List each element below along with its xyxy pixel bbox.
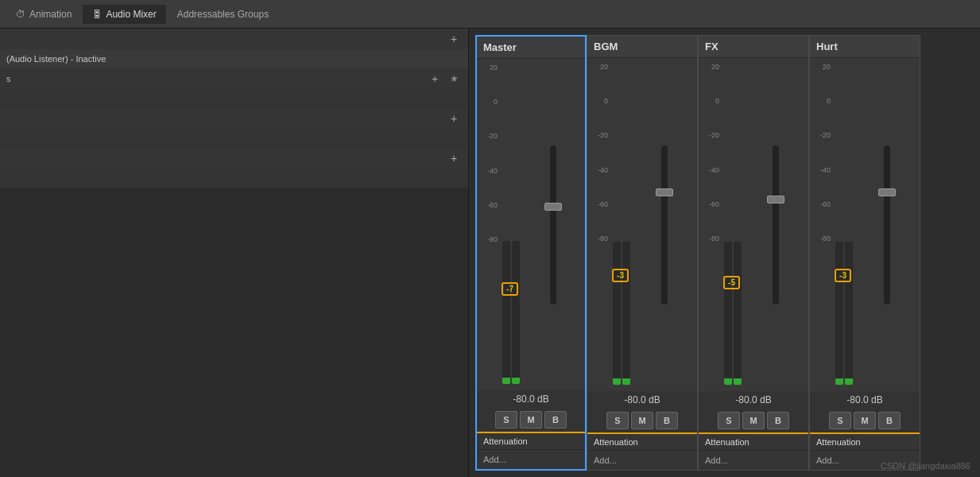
db-display-hurt: -80.0 dB bbox=[810, 391, 920, 409]
vu-meter-master: -7 bbox=[502, 225, 520, 384]
channel-strip-fx[interactable]: FX 200-20-40-60-80 -5 bbox=[698, 35, 809, 471]
section3-empty-row bbox=[0, 129, 468, 148]
add-section1-button[interactable]: + bbox=[446, 31, 462, 47]
left-section-4: + bbox=[0, 148, 468, 188]
b-button-hurt[interactable]: B bbox=[878, 412, 901, 429]
left-section-2: s + ★ bbox=[0, 68, 468, 108]
scale-col-bgm: 200-20-40-60-80 bbox=[587, 61, 611, 244]
channel-header-master: Master bbox=[477, 37, 585, 59]
left-section-1: + (Audio Listener) - Inactive bbox=[0, 29, 468, 68]
fader-area-bgm: 200-20-40-60-80 -3 bbox=[587, 58, 697, 391]
m-button-master[interactable]: M bbox=[520, 411, 542, 429]
smb-row-master: S M B bbox=[477, 408, 585, 432]
watermark: CSDN @jiangdaxia886 bbox=[881, 461, 970, 471]
fader-track-hurt[interactable] bbox=[884, 145, 890, 304]
left-section-3-header: + bbox=[0, 108, 468, 129]
tab-animation[interactable]: ⏱ Animation bbox=[6, 5, 81, 24]
value-badge-hurt[interactable]: -3 bbox=[835, 269, 851, 282]
fader-handle-fx[interactable] bbox=[767, 196, 784, 204]
left-section-1-header: + bbox=[0, 29, 468, 49]
attenuation-label-fx: Attenuation bbox=[699, 432, 808, 450]
m-button-bgm[interactable]: M bbox=[631, 412, 653, 429]
smb-row-hurt: S M B bbox=[810, 409, 920, 432]
scale-col-master: 200-20-40-60-80 bbox=[477, 62, 501, 245]
s-button-master[interactable]: S bbox=[495, 411, 517, 429]
vu-meter-bgm: -3 bbox=[613, 226, 630, 385]
tab-addressables[interactable]: Addressables Groups bbox=[168, 5, 278, 24]
animation-icon: ⏱ bbox=[16, 9, 25, 20]
s-button-bgm[interactable]: S bbox=[606, 412, 629, 429]
fader-area-hurt: 200-20-40-60-80 -3 bbox=[810, 58, 920, 391]
fader-handle-hurt[interactable] bbox=[878, 188, 896, 196]
fader-handle-bgm[interactable] bbox=[656, 188, 673, 196]
value-badge-bgm[interactable]: -3 bbox=[612, 269, 629, 282]
channel-strip-bgm[interactable]: BGM 200-20-40-60-80 -3 bbox=[587, 35, 698, 471]
b-button-master[interactable]: B bbox=[544, 411, 567, 429]
add-button-bgm[interactable]: Add... bbox=[587, 450, 697, 470]
channel-header-hurt: Hurt bbox=[810, 36, 920, 58]
fader-area-master: 200-20-40-60-80 -7 bbox=[477, 59, 585, 390]
tab-audio-mixer[interactable]: 🎛 Audio Mixer bbox=[83, 5, 165, 24]
channel-header-bgm: BGM bbox=[587, 36, 697, 58]
value-badge-fx[interactable]: -5 bbox=[723, 276, 740, 289]
db-display-master: -80.0 dB bbox=[477, 390, 585, 408]
add-section4-button[interactable]: + bbox=[446, 150, 462, 166]
fader-handle-master[interactable] bbox=[544, 203, 562, 211]
s-button-fx[interactable]: S bbox=[718, 412, 740, 429]
audio-listener-item[interactable]: (Audio Listener) - Inactive bbox=[0, 49, 468, 68]
m-button-fx[interactable]: M bbox=[742, 412, 765, 429]
vu-meter-hurt: -3 bbox=[835, 226, 853, 385]
left-panel: + (Audio Listener) - Inactive s + ★ + bbox=[0, 29, 469, 477]
attenuation-label-master: Attenuation bbox=[477, 432, 585, 449]
m-button-hurt[interactable]: M bbox=[854, 412, 876, 429]
scale-col-fx: 200-20-40-60-80 bbox=[699, 61, 722, 244]
b-button-fx[interactable]: B bbox=[767, 412, 789, 429]
fader-track-bgm[interactable] bbox=[661, 145, 668, 304]
section2-empty-row bbox=[0, 89, 468, 108]
s-button-hurt[interactable]: S bbox=[829, 412, 851, 429]
section4-empty-row bbox=[0, 169, 468, 188]
value-badge-master[interactable]: -7 bbox=[502, 282, 518, 296]
audio-mixer-icon: 🎛 bbox=[92, 9, 102, 20]
left-section-2-header: s + ★ bbox=[0, 68, 468, 89]
vu-meter-fx: -5 bbox=[724, 226, 742, 385]
fader-track-fx[interactable] bbox=[773, 145, 779, 304]
attenuation-label-hurt: Attenuation bbox=[810, 432, 920, 450]
db-display-bgm: -80.0 dB bbox=[587, 391, 697, 409]
channel-strip-hurt[interactable]: Hurt 200-20-40-60-80 -3 bbox=[809, 35, 920, 471]
add-section2-button[interactable]: + bbox=[427, 71, 443, 87]
channel-strip-master[interactable]: Master 200-20-40-60-80 -7 bbox=[475, 35, 587, 471]
fader-track-master[interactable] bbox=[550, 145, 556, 304]
scale-col-hurt: 200-20-40-60-80 bbox=[810, 61, 834, 244]
db-display-fx: -80.0 dB bbox=[699, 391, 808, 409]
fader-area-fx: 200-20-40-60-80 -5 bbox=[699, 58, 808, 391]
main-layout: + (Audio Listener) - Inactive s + ★ + bbox=[0, 29, 980, 477]
left-section-4-header: + bbox=[0, 148, 468, 169]
add-button-master[interactable]: Add... bbox=[477, 449, 585, 469]
channel-header-fx: FX bbox=[699, 36, 808, 58]
mixer-channels: Master 200-20-40-60-80 -7 bbox=[475, 35, 974, 471]
attenuation-label-bgm: Attenuation bbox=[587, 432, 697, 450]
add-section3-button[interactable]: + bbox=[446, 111, 462, 126]
left-section-3: + bbox=[0, 108, 468, 148]
tab-bar: ⏱ Animation 🎛 Audio Mixer Addressables G… bbox=[0, 0, 980, 29]
add-button-fx[interactable]: Add... bbox=[699, 450, 808, 470]
smb-row-bgm: S M B bbox=[587, 409, 697, 432]
star-section2-button[interactable]: ★ bbox=[446, 71, 462, 87]
smb-row-fx: S M B bbox=[699, 409, 808, 432]
b-button-bgm[interactable]: B bbox=[656, 412, 678, 429]
right-panel: Master 200-20-40-60-80 -7 bbox=[469, 29, 980, 477]
